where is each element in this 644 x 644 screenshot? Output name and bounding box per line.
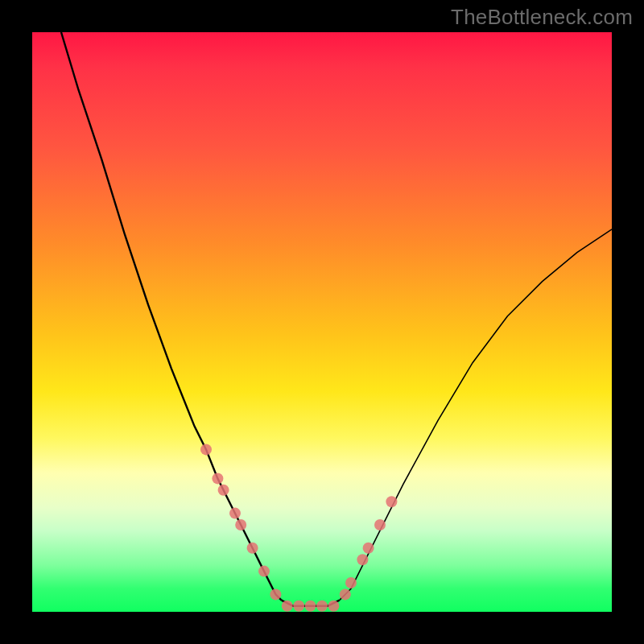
highlight-dot — [218, 485, 229, 496]
plot-area — [32, 32, 612, 612]
highlight-dot — [316, 601, 328, 612]
highlight-dot — [200, 444, 212, 455]
highlight-dot — [270, 588, 281, 600]
highlight-dot — [293, 601, 304, 612]
highlight-dot — [229, 508, 241, 519]
curve-group — [61, 32, 612, 606]
highlight-dot — [282, 601, 293, 612]
watermark-text: TheBottleneck.com — [451, 5, 633, 30]
highlight-dot — [305, 601, 316, 612]
highlight-dot — [345, 577, 357, 588]
highlight-dot — [357, 554, 368, 565]
chart-frame: TheBottleneck.com — [0, 0, 644, 644]
highlight-dot — [386, 496, 397, 507]
highlight-dot — [374, 519, 386, 530]
highlight-dot — [328, 601, 339, 612]
highlight-dot — [363, 543, 374, 554]
highlight-dot — [247, 543, 258, 554]
highlight-dots — [200, 444, 397, 611]
chart-svg — [32, 32, 612, 612]
highlight-dot — [258, 566, 270, 577]
highlight-dot — [212, 473, 223, 484]
highlight-dot — [235, 519, 246, 530]
curve-left — [61, 32, 282, 601]
highlight-dot — [340, 588, 351, 600]
curve-right — [340, 229, 612, 601]
